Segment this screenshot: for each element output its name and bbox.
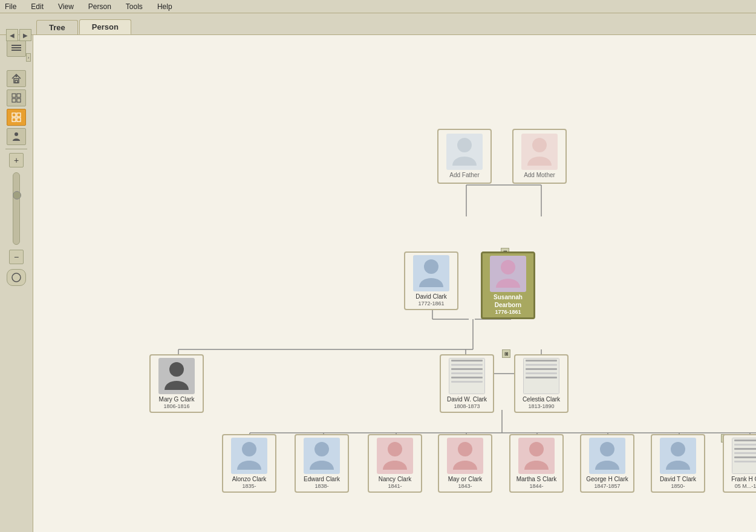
david-w-name: David W. Clark <box>447 395 487 403</box>
martha-name: Martha S Clark <box>516 475 557 483</box>
tree-home-icon[interactable] <box>7 70 26 87</box>
mary-dates: 1806-1816 <box>163 403 189 409</box>
frank-avatar <box>732 438 756 474</box>
zoom-in-button[interactable]: + <box>9 153 24 167</box>
nancy-dates: 1841- <box>388 483 402 489</box>
david-w-avatar <box>449 358 485 394</box>
nav-forward[interactable]: ▶ <box>19 29 31 41</box>
edward-name: Edward Clark <box>304 475 340 483</box>
svg-rect-0 <box>11 45 21 46</box>
svg-rect-9 <box>17 99 21 102</box>
david-clark-card[interactable]: David Clark 1772-1861 <box>404 251 458 310</box>
svg-point-40 <box>532 138 547 152</box>
panel-collapse-btn[interactable]: › <box>26 53 31 62</box>
add-father-avatar <box>446 134 483 170</box>
david-clark-name: David Clark <box>415 293 447 300</box>
david-t-dates: 1850- <box>671 483 685 489</box>
svg-rect-13 <box>17 118 21 122</box>
may-dates: 1843- <box>458 483 472 489</box>
svg-point-42 <box>501 260 515 274</box>
frank-name: Frank H Clark <box>731 475 756 483</box>
menu-edit[interactable]: Edit <box>28 2 46 11</box>
add-mother-label: Add Mother <box>524 171 555 179</box>
svg-point-5 <box>16 76 17 77</box>
george-h-clark-card[interactable]: George H Clark 1847-1857 <box>580 434 634 493</box>
oval-nav-icon[interactable] <box>7 269 26 286</box>
david-t-avatar <box>660 438 696 474</box>
susannah-avatar <box>490 256 526 292</box>
may-avatar <box>447 438 483 474</box>
edward-avatar <box>304 438 340 474</box>
alonzo-dates: 1835- <box>242 483 256 489</box>
dwc-celestia-couple-icon[interactable]: ⊞ <box>502 349 510 358</box>
frank-doc <box>732 438 756 474</box>
may-or-clark-card[interactable]: May or Clark 1843- <box>438 434 492 493</box>
edward-clark-card[interactable]: Edward Clark 1838- <box>295 434 349 493</box>
main-area: › <box>0 35 756 532</box>
svg-point-15 <box>12 273 21 282</box>
frank-h-clark-card[interactable]: Frank H Clark 05 M...-1920 <box>723 434 756 493</box>
david-w-doc <box>449 358 485 394</box>
george-name: George H Clark <box>586 475 628 483</box>
tab-person[interactable]: Person <box>79 19 131 34</box>
svg-point-46 <box>388 442 402 456</box>
svg-point-39 <box>457 138 472 152</box>
celestia-dates: 1813-1890 <box>528 403 554 409</box>
david-w-clark-card[interactable]: David W. Clark 1808-1873 <box>440 354 494 413</box>
george-dates: 1847-1857 <box>594 483 620 489</box>
svg-rect-12 <box>12 118 16 122</box>
person-icon[interactable] <box>7 128 26 145</box>
nancy-clark-card[interactable]: Nancy Clark 1841- <box>368 434 422 493</box>
menu-file[interactable]: File <box>2 2 19 11</box>
frank-dates: 05 M...-1920 <box>735 483 756 489</box>
tab-tree[interactable]: Tree <box>36 20 78 34</box>
svg-point-14 <box>15 132 18 136</box>
martha-s-clark-card[interactable]: Martha S Clark 1844- <box>509 434 564 493</box>
david-t-clark-card[interactable]: David T Clark 1850- <box>651 434 705 493</box>
nav-back[interactable]: ◀ <box>6 29 18 41</box>
fan-chart-icon[interactable] <box>7 109 26 126</box>
celestia-clark-card[interactable]: Celestia Clark 1813-1890 <box>514 354 569 413</box>
svg-rect-11 <box>17 113 21 117</box>
svg-point-48 <box>529 442 544 456</box>
add-father-card[interactable]: Add Father <box>437 129 492 184</box>
zoom-slider[interactable] <box>13 172 20 245</box>
susannah-card[interactable]: Susannah Dearborn 1776-1861 <box>481 251 535 319</box>
tree-canvas: Add Father Add Mother ⊞ David Clark <box>33 35 756 532</box>
menu-person[interactable]: Person <box>86 2 114 11</box>
add-father-label: Add Father <box>449 171 479 179</box>
chart-icon[interactable] <box>7 89 26 106</box>
david-clark-avatar <box>413 255 449 291</box>
david-clark-dates: 1772-1861 <box>418 300 444 307</box>
menu-help[interactable]: Help <box>155 2 175 11</box>
edward-dates: 1838- <box>314 483 328 489</box>
mary-g-clark-card[interactable]: Mary G Clark 1806-1816 <box>149 354 204 413</box>
zoom-out-button[interactable]: − <box>9 250 24 264</box>
may-name: May or Clark <box>448 475 483 483</box>
svg-rect-2 <box>11 50 21 51</box>
svg-rect-7 <box>17 94 21 97</box>
svg-point-41 <box>424 259 438 274</box>
nancy-name: Nancy Clark <box>379 475 411 483</box>
martha-avatar <box>518 438 555 474</box>
sidebar-divider-1 <box>5 149 27 149</box>
menu-view[interactable]: View <box>56 2 76 11</box>
svg-point-50 <box>671 442 685 456</box>
alonzo-clark-card[interactable]: Alonzo Clark 1835- <box>222 434 276 493</box>
menu-panel-icon[interactable] <box>7 40 26 57</box>
sidebar: › <box>0 35 33 532</box>
svg-point-43 <box>169 362 184 377</box>
zoom-slider-thumb[interactable] <box>13 191 21 199</box>
alonzo-name: Alonzo Clark <box>232 475 267 483</box>
add-mother-card[interactable]: Add Mother <box>512 129 567 184</box>
george-avatar <box>589 438 625 474</box>
menu-tools[interactable]: Tools <box>123 2 145 11</box>
svg-rect-1 <box>11 47 21 48</box>
susannah-dates: 1776-1861 <box>495 309 521 315</box>
celestia-doc <box>523 358 559 394</box>
menubar: File Edit View Person Tools Help <box>0 0 756 13</box>
celestia-avatar <box>523 358 559 394</box>
martha-dates: 1844- <box>529 483 543 489</box>
svg-rect-4 <box>15 80 18 83</box>
svg-point-49 <box>600 442 614 456</box>
